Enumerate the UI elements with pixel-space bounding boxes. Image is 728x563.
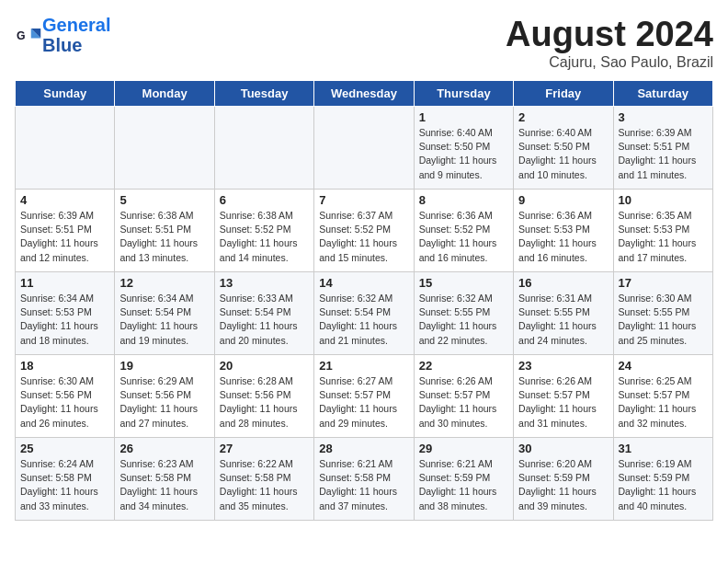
logo-text: GeneralBlue	[42, 15, 110, 55]
calendar-cell: 10Sunrise: 6:35 AM Sunset: 5:53 PM Dayli…	[613, 190, 712, 272]
day-number: 19	[119, 359, 209, 373]
day-number: 17	[619, 276, 708, 290]
calendar-cell: 18Sunrise: 6:30 AM Sunset: 5:56 PM Dayli…	[16, 355, 115, 438]
day-number: 20	[220, 359, 309, 373]
day-info: Sunrise: 6:32 AM Sunset: 5:55 PM Dayligh…	[419, 292, 508, 348]
day-info: Sunrise: 6:36 AM Sunset: 5:52 PM Dayligh…	[419, 209, 508, 265]
calendar-cell: 31Sunrise: 6:19 AM Sunset: 5:59 PM Dayli…	[613, 438, 712, 521]
calendar-cell: 26Sunrise: 6:23 AM Sunset: 5:58 PM Dayli…	[115, 438, 214, 521]
calendar-cell: 6Sunrise: 6:38 AM Sunset: 5:52 PM Daylig…	[214, 190, 313, 272]
weekday-sunday: Sunday	[16, 81, 115, 107]
day-info: Sunrise: 6:25 AM Sunset: 5:57 PM Dayligh…	[619, 374, 708, 431]
day-number: 21	[319, 359, 408, 373]
title-block: August 2024 Cajuru, Sao Paulo, Brazil	[506, 15, 713, 71]
location-subtitle: Cajuru, Sao Paulo, Brazil	[506, 54, 713, 71]
day-info: Sunrise: 6:28 AM Sunset: 5:56 PM Dayligh…	[220, 374, 309, 431]
day-info: Sunrise: 6:26 AM Sunset: 5:57 PM Dayligh…	[419, 374, 508, 431]
day-number: 25	[20, 442, 109, 455]
weekday-tuesday: Tuesday	[214, 81, 313, 107]
day-info: Sunrise: 6:21 AM Sunset: 5:59 PM Dayligh…	[419, 457, 508, 513]
day-number: 24	[619, 359, 708, 373]
day-info: Sunrise: 6:39 AM Sunset: 5:51 PM Dayligh…	[619, 126, 708, 182]
logo-icon: G	[17, 22, 42, 48]
calendar-cell: 17Sunrise: 6:30 AM Sunset: 5:55 PM Dayli…	[613, 272, 712, 355]
page-header: G GeneralBlue August 2024 Cajuru, Sao Pa…	[15, 15, 713, 71]
day-number: 12	[119, 276, 209, 290]
calendar-week-3: 11Sunrise: 6:34 AM Sunset: 5:53 PM Dayli…	[16, 272, 713, 355]
day-info: Sunrise: 6:30 AM Sunset: 5:55 PM Dayligh…	[619, 292, 708, 348]
logo: G GeneralBlue	[15, 15, 110, 55]
calendar-cell: 20Sunrise: 6:28 AM Sunset: 5:56 PM Dayli…	[214, 355, 313, 438]
calendar-cell: 11Sunrise: 6:34 AM Sunset: 5:53 PM Dayli…	[16, 272, 115, 355]
day-number: 7	[319, 193, 408, 207]
calendar-cell: 13Sunrise: 6:33 AM Sunset: 5:54 PM Dayli…	[214, 272, 313, 355]
calendar-cell: 7Sunrise: 6:37 AM Sunset: 5:52 PM Daylig…	[314, 190, 414, 272]
day-info: Sunrise: 6:23 AM Sunset: 5:58 PM Dayligh…	[119, 457, 209, 513]
day-number: 22	[419, 359, 508, 373]
day-info: Sunrise: 6:38 AM Sunset: 5:52 PM Dayligh…	[220, 209, 309, 265]
day-info: Sunrise: 6:34 AM Sunset: 5:54 PM Dayligh…	[119, 292, 209, 348]
day-info: Sunrise: 6:40 AM Sunset: 5:50 PM Dayligh…	[419, 126, 508, 182]
day-info: Sunrise: 6:36 AM Sunset: 5:53 PM Dayligh…	[518, 209, 608, 265]
day-info: Sunrise: 6:34 AM Sunset: 5:53 PM Dayligh…	[20, 292, 109, 348]
day-number: 11	[20, 276, 109, 290]
day-number: 27	[220, 442, 309, 455]
weekday-saturday: Saturday	[613, 81, 712, 107]
day-number: 26	[119, 442, 209, 455]
calendar-cell: 4Sunrise: 6:39 AM Sunset: 5:51 PM Daylig…	[16, 190, 115, 272]
weekday-monday: Monday	[115, 81, 214, 107]
calendar-cell: 3Sunrise: 6:39 AM Sunset: 5:51 PM Daylig…	[613, 107, 712, 190]
calendar-cell	[16, 107, 115, 190]
day-info: Sunrise: 6:20 AM Sunset: 5:59 PM Dayligh…	[518, 457, 608, 513]
day-info: Sunrise: 6:29 AM Sunset: 5:56 PM Dayligh…	[119, 374, 209, 431]
day-number: 10	[619, 193, 708, 207]
calendar-cell: 30Sunrise: 6:20 AM Sunset: 5:59 PM Dayli…	[514, 438, 613, 521]
calendar-body: 1Sunrise: 6:40 AM Sunset: 5:50 PM Daylig…	[16, 107, 713, 521]
calendar-cell: 8Sunrise: 6:36 AM Sunset: 5:52 PM Daylig…	[414, 190, 513, 272]
day-info: Sunrise: 6:40 AM Sunset: 5:50 PM Dayligh…	[518, 126, 608, 182]
calendar-cell	[115, 107, 214, 190]
day-info: Sunrise: 6:24 AM Sunset: 5:58 PM Dayligh…	[20, 457, 109, 513]
day-number: 14	[319, 276, 408, 290]
day-info: Sunrise: 6:32 AM Sunset: 5:54 PM Dayligh…	[319, 292, 408, 348]
day-number: 9	[518, 193, 608, 207]
day-info: Sunrise: 6:22 AM Sunset: 5:58 PM Dayligh…	[220, 457, 309, 513]
calendar-cell: 21Sunrise: 6:27 AM Sunset: 5:57 PM Dayli…	[314, 355, 414, 438]
day-number: 2	[518, 110, 608, 124]
weekday-header-row: SundayMondayTuesdayWednesdayThursdayFrid…	[16, 81, 713, 107]
day-number: 18	[20, 359, 109, 373]
calendar-cell: 27Sunrise: 6:22 AM Sunset: 5:58 PM Dayli…	[214, 438, 313, 521]
day-number: 16	[518, 276, 608, 290]
calendar-cell: 28Sunrise: 6:21 AM Sunset: 5:58 PM Dayli…	[314, 438, 414, 521]
day-info: Sunrise: 6:21 AM Sunset: 5:58 PM Dayligh…	[319, 457, 408, 513]
day-number: 15	[419, 276, 508, 290]
day-number: 1	[419, 110, 508, 124]
day-number: 5	[119, 193, 209, 207]
calendar-cell: 29Sunrise: 6:21 AM Sunset: 5:59 PM Dayli…	[414, 438, 513, 521]
day-info: Sunrise: 6:27 AM Sunset: 5:57 PM Dayligh…	[319, 374, 408, 431]
day-number: 28	[319, 442, 408, 455]
calendar-cell: 22Sunrise: 6:26 AM Sunset: 5:57 PM Dayli…	[414, 355, 513, 438]
calendar-cell: 16Sunrise: 6:31 AM Sunset: 5:55 PM Dayli…	[514, 272, 613, 355]
day-info: Sunrise: 6:39 AM Sunset: 5:51 PM Dayligh…	[20, 209, 109, 265]
weekday-friday: Friday	[514, 81, 613, 107]
calendar-cell: 1Sunrise: 6:40 AM Sunset: 5:50 PM Daylig…	[414, 107, 513, 190]
day-info: Sunrise: 6:38 AM Sunset: 5:51 PM Dayligh…	[119, 209, 209, 265]
day-number: 30	[518, 442, 608, 455]
calendar-cell: 25Sunrise: 6:24 AM Sunset: 5:58 PM Dayli…	[16, 438, 115, 521]
calendar-cell: 15Sunrise: 6:32 AM Sunset: 5:55 PM Dayli…	[414, 272, 513, 355]
calendar-cell: 12Sunrise: 6:34 AM Sunset: 5:54 PM Dayli…	[115, 272, 214, 355]
day-number: 13	[220, 276, 309, 290]
calendar-cell: 14Sunrise: 6:32 AM Sunset: 5:54 PM Dayli…	[314, 272, 414, 355]
calendar-cell: 19Sunrise: 6:29 AM Sunset: 5:56 PM Dayli…	[115, 355, 214, 438]
month-year-title: August 2024	[506, 15, 713, 54]
calendar-cell: 24Sunrise: 6:25 AM Sunset: 5:57 PM Dayli…	[613, 355, 712, 438]
calendar-cell	[214, 107, 313, 190]
calendar-week-2: 4Sunrise: 6:39 AM Sunset: 5:51 PM Daylig…	[16, 190, 713, 272]
day-info: Sunrise: 6:37 AM Sunset: 5:52 PM Dayligh…	[319, 209, 408, 265]
calendar-cell: 5Sunrise: 6:38 AM Sunset: 5:51 PM Daylig…	[115, 190, 214, 272]
calendar-cell: 23Sunrise: 6:26 AM Sunset: 5:57 PM Dayli…	[514, 355, 613, 438]
weekday-wednesday: Wednesday	[314, 81, 414, 107]
calendar-week-4: 18Sunrise: 6:30 AM Sunset: 5:56 PM Dayli…	[16, 355, 713, 438]
day-info: Sunrise: 6:30 AM Sunset: 5:56 PM Dayligh…	[20, 374, 109, 431]
